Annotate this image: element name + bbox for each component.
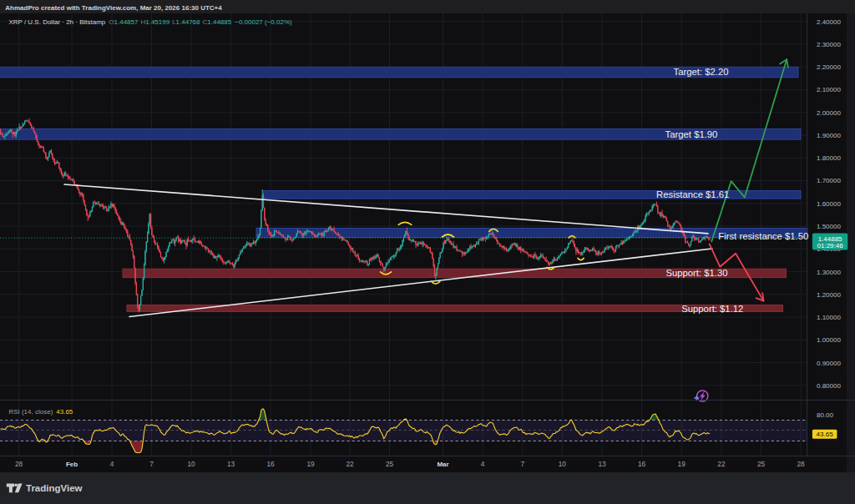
svg-text:22: 22 xyxy=(346,460,354,468)
svg-text:1.50000: 1.50000 xyxy=(817,223,841,230)
svg-text:25: 25 xyxy=(757,460,766,468)
svg-text:10: 10 xyxy=(187,460,195,468)
svg-text:4: 4 xyxy=(481,460,485,468)
svg-text:16: 16 xyxy=(638,460,646,468)
svg-text:25: 25 xyxy=(386,460,394,468)
svg-text:13: 13 xyxy=(227,460,235,468)
svg-text:0.80000: 0.80000 xyxy=(817,382,841,390)
svg-text:XRP / U.S. Dollar · 2h · Bitst: XRP / U.S. Dollar · 2h · BitstampO1.4485… xyxy=(8,18,292,26)
svg-text:01:29:46: 01:29:46 xyxy=(817,242,844,249)
svg-text:28: 28 xyxy=(797,460,805,468)
svg-text:Target $1.90: Target $1.90 xyxy=(665,129,718,139)
svg-text:4: 4 xyxy=(110,460,114,468)
svg-text:22: 22 xyxy=(717,460,726,468)
svg-text:16: 16 xyxy=(266,460,275,468)
svg-text:1.80000: 1.80000 xyxy=(817,154,841,162)
svg-text:28: 28 xyxy=(15,460,23,468)
svg-text:RSI (14, close)43.65: RSI (14, close)43.65 xyxy=(8,408,73,416)
svg-text:1.30000: 1.30000 xyxy=(817,269,841,276)
svg-text:Mar: Mar xyxy=(437,461,448,468)
svg-text:1.10000: 1.10000 xyxy=(817,314,841,321)
svg-text:7: 7 xyxy=(520,460,524,468)
svg-text:19: 19 xyxy=(678,460,686,468)
svg-text:0.90000: 0.90000 xyxy=(817,360,841,367)
svg-text:1.20000: 1.20000 xyxy=(817,291,841,299)
svg-text:1.70000: 1.70000 xyxy=(817,177,841,184)
svg-text:80.00: 80.00 xyxy=(817,411,834,419)
svg-text:TradingView: TradingView xyxy=(26,483,83,493)
svg-text:2.30000: 2.30000 xyxy=(817,41,841,48)
svg-text:2.10000: 2.10000 xyxy=(817,86,841,93)
svg-text:13: 13 xyxy=(598,460,606,468)
svg-text:First resistance $1.50: First resistance $1.50 xyxy=(718,231,808,241)
svg-text:Feb: Feb xyxy=(66,461,78,468)
svg-text:Support: $1.30: Support: $1.30 xyxy=(665,268,727,278)
svg-text:2.00000: 2.00000 xyxy=(817,109,841,117)
svg-text:AhmadPro created with TradingV: AhmadPro created with TradingView.com, M… xyxy=(5,4,222,12)
svg-text:Resistance $1.61: Resistance $1.61 xyxy=(656,189,729,199)
svg-text:43.65: 43.65 xyxy=(817,431,834,438)
svg-text:2.20000: 2.20000 xyxy=(817,63,841,71)
svg-text:10: 10 xyxy=(559,460,567,468)
svg-text:1.90000: 1.90000 xyxy=(817,132,841,139)
svg-text:Support: $1.12: Support: $1.12 xyxy=(681,304,743,314)
svg-text:19: 19 xyxy=(306,460,315,468)
svg-text:1.00000: 1.00000 xyxy=(817,336,841,344)
svg-text:1.60000: 1.60000 xyxy=(817,200,841,208)
svg-text:2.40000: 2.40000 xyxy=(817,18,841,26)
svg-text:7: 7 xyxy=(149,460,154,468)
svg-text:Target: $2.20: Target: $2.20 xyxy=(674,67,729,77)
